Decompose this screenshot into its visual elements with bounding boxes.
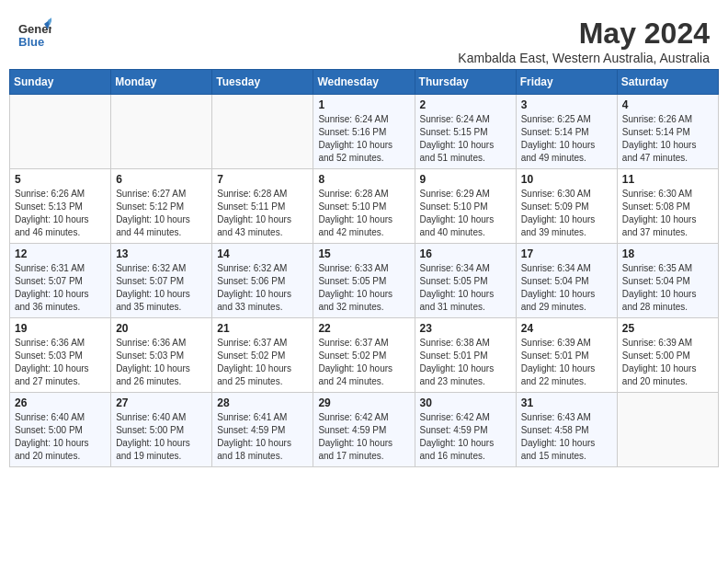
svg-text:Blue: Blue [18,35,44,49]
calendar-day-22: 22Sunrise: 6:37 AM Sunset: 5:02 PM Dayli… [313,318,415,393]
calendar-day-27: 27Sunrise: 6:40 AM Sunset: 5:00 PM Dayli… [111,393,212,467]
day-info: Sunrise: 6:30 AM Sunset: 5:08 PM Dayligh… [622,188,713,239]
day-number: 11 [622,173,713,186]
calendar-day-31: 31Sunrise: 6:43 AM Sunset: 4:58 PM Dayli… [516,393,617,467]
day-info: Sunrise: 6:31 AM Sunset: 5:07 PM Dayligh… [15,262,106,314]
calendar-day-18: 18Sunrise: 6:35 AM Sunset: 5:04 PM Dayli… [617,244,718,318]
calendar-week-1: 1Sunrise: 6:24 AM Sunset: 5:16 PM Daylig… [10,95,719,169]
calendar-week-5: 26Sunrise: 6:40 AM Sunset: 5:00 PM Dayli… [10,393,719,467]
day-number: 17 [521,247,612,260]
day-info: Sunrise: 6:37 AM Sunset: 5:02 PM Dayligh… [217,337,308,388]
calendar-empty-cell [111,95,212,169]
calendar-day-6: 6Sunrise: 6:27 AM Sunset: 5:12 PM Daylig… [111,169,212,244]
day-number: 19 [15,322,106,335]
calendar-day-5: 5Sunrise: 6:26 AM Sunset: 5:13 PM Daylig… [10,169,111,244]
day-number: 26 [15,396,106,409]
day-info: Sunrise: 6:33 AM Sunset: 5:05 PM Dayligh… [318,262,409,314]
calendar-day-12: 12Sunrise: 6:31 AM Sunset: 5:07 PM Dayli… [10,244,111,318]
day-number: 15 [318,247,409,260]
day-number: 6 [116,173,207,186]
day-info: Sunrise: 6:38 AM Sunset: 5:01 PM Dayligh… [420,337,511,388]
calendar-day-7: 7Sunrise: 6:28 AM Sunset: 5:11 PM Daylig… [212,169,313,244]
day-info: Sunrise: 6:36 AM Sunset: 5:03 PM Dayligh… [15,337,106,388]
day-info: Sunrise: 6:43 AM Sunset: 4:58 PM Dayligh… [521,411,612,463]
day-number: 28 [217,396,308,409]
day-info: Sunrise: 6:28 AM Sunset: 5:10 PM Dayligh… [318,188,409,239]
weekday-header-wednesday: Wednesday [313,70,415,95]
day-number: 31 [521,396,612,409]
day-info: Sunrise: 6:30 AM Sunset: 5:09 PM Dayligh… [521,188,612,239]
calendar-week-2: 5Sunrise: 6:26 AM Sunset: 5:13 PM Daylig… [10,169,719,244]
day-info: Sunrise: 6:32 AM Sunset: 5:07 PM Dayligh… [116,262,207,314]
day-number: 21 [217,322,308,335]
logo: General Blue [18,17,51,57]
calendar-day-17: 17Sunrise: 6:34 AM Sunset: 5:04 PM Dayli… [516,244,617,318]
month-title: May 2024 [458,17,710,51]
calendar-day-3: 3Sunrise: 6:25 AM Sunset: 5:14 PM Daylig… [516,95,617,169]
calendar-day-1: 1Sunrise: 6:24 AM Sunset: 5:16 PM Daylig… [313,95,415,169]
weekday-header-sunday: Sunday [10,70,111,95]
day-number: 8 [318,173,409,186]
calendar-day-21: 21Sunrise: 6:37 AM Sunset: 5:02 PM Dayli… [212,318,313,393]
calendar-day-4: 4Sunrise: 6:26 AM Sunset: 5:14 PM Daylig… [617,95,718,169]
calendar-day-14: 14Sunrise: 6:32 AM Sunset: 5:06 PM Dayli… [212,244,313,318]
calendar-day-25: 25Sunrise: 6:39 AM Sunset: 5:00 PM Dayli… [617,318,718,393]
day-number: 10 [521,173,612,186]
calendar-day-16: 16Sunrise: 6:34 AM Sunset: 5:05 PM Dayli… [415,244,516,318]
day-info: Sunrise: 6:42 AM Sunset: 4:59 PM Dayligh… [318,411,409,463]
day-info: Sunrise: 6:37 AM Sunset: 5:02 PM Dayligh… [318,337,409,388]
day-info: Sunrise: 6:40 AM Sunset: 5:00 PM Dayligh… [15,411,106,463]
calendar-day-29: 29Sunrise: 6:42 AM Sunset: 4:59 PM Dayli… [313,393,415,467]
day-number: 3 [521,98,612,111]
calendar-table: SundayMondayTuesdayWednesdayThursdayFrid… [9,69,719,467]
day-info: Sunrise: 6:39 AM Sunset: 5:01 PM Dayligh… [521,337,612,388]
day-number: 5 [15,173,106,186]
day-info: Sunrise: 6:32 AM Sunset: 5:06 PM Dayligh… [217,262,308,314]
day-number: 30 [420,396,511,409]
weekday-header-tuesday: Tuesday [212,70,313,95]
page-header: General Blue May 2024 Kambalda East, Wes… [9,9,719,69]
day-number: 13 [116,247,207,260]
day-info: Sunrise: 6:25 AM Sunset: 5:14 PM Dayligh… [521,113,612,165]
day-number: 27 [116,396,207,409]
day-number: 7 [217,173,308,186]
calendar-day-15: 15Sunrise: 6:33 AM Sunset: 5:05 PM Dayli… [313,244,415,318]
weekday-header-saturday: Saturday [617,70,718,95]
calendar-day-19: 19Sunrise: 6:36 AM Sunset: 5:03 PM Dayli… [10,318,111,393]
calendar-day-10: 10Sunrise: 6:30 AM Sunset: 5:09 PM Dayli… [516,169,617,244]
day-number: 23 [420,322,511,335]
day-number: 12 [15,247,106,260]
calendar-day-26: 26Sunrise: 6:40 AM Sunset: 5:00 PM Dayli… [10,393,111,467]
day-info: Sunrise: 6:41 AM Sunset: 4:59 PM Dayligh… [217,411,308,463]
day-number: 24 [521,322,612,335]
day-number: 16 [420,247,511,260]
day-info: Sunrise: 6:29 AM Sunset: 5:10 PM Dayligh… [420,188,511,239]
day-info: Sunrise: 6:40 AM Sunset: 5:00 PM Dayligh… [116,411,207,463]
day-info: Sunrise: 6:24 AM Sunset: 5:15 PM Dayligh… [420,113,511,165]
day-number: 4 [622,98,713,111]
day-number: 22 [318,322,409,335]
day-info: Sunrise: 6:26 AM Sunset: 5:14 PM Dayligh… [622,113,713,165]
calendar-empty-cell [10,95,111,169]
calendar-day-13: 13Sunrise: 6:32 AM Sunset: 5:07 PM Dayli… [111,244,212,318]
day-info: Sunrise: 6:35 AM Sunset: 5:04 PM Dayligh… [622,262,713,314]
calendar-empty-cell [212,95,313,169]
calendar-day-23: 23Sunrise: 6:38 AM Sunset: 5:01 PM Dayli… [415,318,516,393]
weekday-header-thursday: Thursday [415,70,516,95]
day-number: 14 [217,247,308,260]
day-info: Sunrise: 6:26 AM Sunset: 5:13 PM Dayligh… [15,188,106,239]
calendar-week-3: 12Sunrise: 6:31 AM Sunset: 5:07 PM Dayli… [10,244,719,318]
calendar-day-9: 9Sunrise: 6:29 AM Sunset: 5:10 PM Daylig… [415,169,516,244]
day-info: Sunrise: 6:28 AM Sunset: 5:11 PM Dayligh… [217,188,308,239]
day-number: 9 [420,173,511,186]
weekday-header-friday: Friday [516,70,617,95]
day-info: Sunrise: 6:42 AM Sunset: 4:59 PM Dayligh… [420,411,511,463]
day-info: Sunrise: 6:27 AM Sunset: 5:12 PM Dayligh… [116,188,207,239]
calendar-day-8: 8Sunrise: 6:28 AM Sunset: 5:10 PM Daylig… [313,169,415,244]
day-info: Sunrise: 6:24 AM Sunset: 5:16 PM Dayligh… [318,113,409,165]
calendar-day-28: 28Sunrise: 6:41 AM Sunset: 4:59 PM Dayli… [212,393,313,467]
day-number: 1 [318,98,409,111]
calendar-day-30: 30Sunrise: 6:42 AM Sunset: 4:59 PM Dayli… [415,393,516,467]
location-title: Kambalda East, Western Australia, Austra… [458,51,710,65]
calendar-day-20: 20Sunrise: 6:36 AM Sunset: 5:03 PM Dayli… [111,318,212,393]
